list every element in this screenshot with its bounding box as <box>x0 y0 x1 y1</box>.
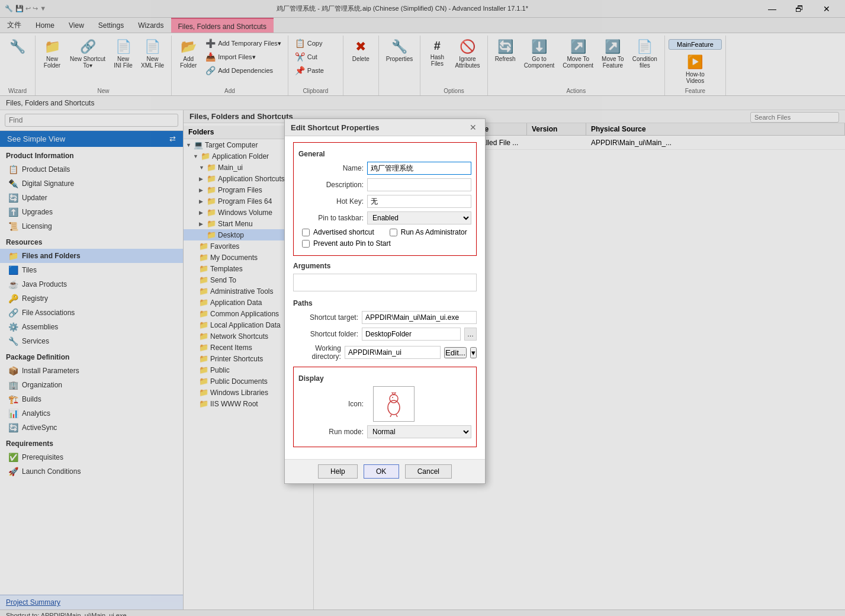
pin-taskbar-select[interactable]: Enabled Disabled <box>367 211 471 224</box>
modal-close-button[interactable]: ✕ <box>467 123 479 132</box>
arguments-input[interactable] <box>293 274 477 291</box>
edit-working-dir-button[interactable]: Edit... <box>444 347 467 358</box>
run-as-admin-checkbox[interactable] <box>390 229 397 236</box>
edit-shortcut-dialog: Edit Shortcut Properties ✕ General Name:… <box>284 118 486 484</box>
pin-taskbar-label: Pin to taskbar: <box>298 214 364 222</box>
shortcut-folder-browse[interactable]: … <box>464 328 477 341</box>
modal-overlay: Edit Shortcut Properties ✕ General Name:… <box>0 0 845 616</box>
hotkey-label: Hot Key: <box>298 197 364 206</box>
cancel-button[interactable]: Cancel <box>405 464 452 479</box>
paths-title: Paths <box>293 299 477 307</box>
general-section-title: General <box>298 150 471 158</box>
shortcut-target-label: Shortcut target: <box>293 313 358 322</box>
shortcut-target-row: Shortcut target: <box>293 311 477 324</box>
svg-point-1 <box>390 394 398 403</box>
shortcut-folder-label: Shortcut folder: <box>293 330 358 338</box>
working-dir-input[interactable] <box>345 346 441 359</box>
arguments-title: Arguments <box>293 262 477 270</box>
advertised-row: Advertised shortcut Run As Administrator <box>302 228 471 236</box>
name-row: Name: <box>298 162 471 175</box>
svg-point-5 <box>392 397 393 398</box>
hotkey-row: Hot Key: <box>298 195 471 208</box>
run-mode-row: Run mode: Normal Minimized Maximized <box>298 425 471 438</box>
advertised-label: Advertised shortcut <box>313 228 374 236</box>
modal-title: Edit Shortcut Properties <box>291 123 380 132</box>
icon-preview-button[interactable] <box>373 386 415 422</box>
description-label: Description: <box>298 181 364 189</box>
pin-taskbar-row: Pin to taskbar: Enabled Disabled <box>298 211 471 224</box>
display-title: Display <box>298 374 471 383</box>
paths-section: Paths Shortcut target: Shortcut folder: … <box>293 299 477 361</box>
name-label: Name: <box>298 164 364 172</box>
description-row: Description: <box>298 178 471 191</box>
hotkey-input[interactable] <box>367 195 471 208</box>
description-input[interactable] <box>367 178 471 191</box>
working-dir-label: Working directory: <box>293 344 341 361</box>
svg-line-3 <box>390 415 391 417</box>
general-section: General Name: Description: Hot Key: Pin … <box>293 142 477 256</box>
prevent-pin-row: Prevent auto Pin to Start <box>302 239 471 248</box>
help-button[interactable]: Help <box>318 464 358 479</box>
modal-body: General Name: Description: Hot Key: Pin … <box>285 136 485 459</box>
advertised-checkbox[interactable] <box>302 229 310 236</box>
arguments-section: Arguments <box>293 262 477 293</box>
edit-working-dir-dropdown[interactable]: ▾ <box>470 347 477 358</box>
modal-titlebar: Edit Shortcut Properties ✕ <box>285 119 485 136</box>
svg-line-4 <box>396 415 397 417</box>
display-section: Display Icon: <box>293 367 477 447</box>
name-input[interactable] <box>367 162 471 175</box>
working-dir-row: Working directory: Edit... ▾ <box>293 344 477 361</box>
prevent-pin-checkbox[interactable] <box>302 240 310 248</box>
run-as-admin-label: Run As Administrator <box>401 228 467 236</box>
icon-row: Icon: <box>298 386 471 422</box>
ok-button[interactable]: OK <box>364 464 399 479</box>
shortcut-target-input[interactable] <box>362 311 477 324</box>
shortcut-folder-input[interactable] <box>362 328 461 341</box>
prevent-pin-label: Prevent auto Pin to Start <box>313 239 391 248</box>
chicken-icon-svg <box>381 391 407 417</box>
modal-footer: Help OK Cancel <box>285 459 485 483</box>
shortcut-folder-row: Shortcut folder: … <box>293 328 477 341</box>
run-mode-label: Run mode: <box>298 428 364 436</box>
icon-label: Icon: <box>298 400 364 408</box>
run-mode-select[interactable]: Normal Minimized Maximized <box>367 425 471 438</box>
